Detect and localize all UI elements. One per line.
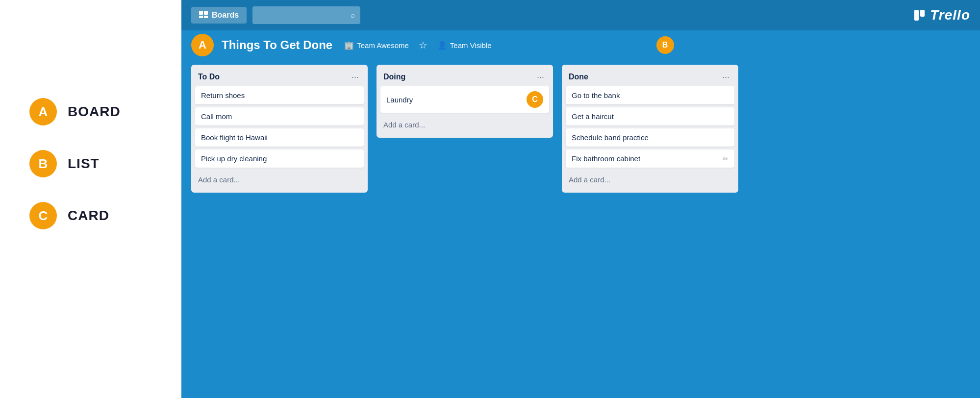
list-done-title: Done [569,73,588,81]
table-row[interactable]: Get a haircut ✏ [566,107,734,125]
list-todo-menu-button[interactable]: ··· [350,72,361,82]
board-team-awesome[interactable]: 🏢 Team Awesome [344,41,409,50]
boards-button[interactable]: Boards [191,7,247,24]
building-icon: 🏢 [344,41,354,50]
card-text: Laundry [386,96,413,104]
card-text: Get a haircut [572,112,614,121]
table-row[interactable]: Call mom ✏ [195,107,364,125]
legend-label-card: CARD [68,208,109,224]
list-todo: To Do ··· Return shoes ✏ Call mom ✏ Book… [191,65,368,193]
list-done-menu-button[interactable]: ··· [720,72,731,82]
add-card-button-doing[interactable]: Add a card... [380,117,549,133]
edit-icon: ✏ [723,155,729,163]
card-text: Schedule band practice [572,133,649,142]
table-row[interactable]: Fix bathroom cabinet ✏ [566,149,734,168]
list-doing-header: Doing ··· [380,70,549,86]
legend-badge-a: A [29,98,57,125]
table-row[interactable]: Go to the bank ✏ [566,86,734,104]
legend-item-card: C CARD [29,202,162,229]
add-card-button-todo[interactable]: Add a card... [195,172,364,188]
table-row[interactable]: Laundry C [380,86,549,113]
legend-item-board: A BOARD [29,98,162,125]
legend-item-list: B LIST [29,150,162,177]
list-doing: Doing ··· Laundry C Add a card... [377,65,553,138]
svg-rect-2 [199,16,203,18]
trello-app: Boards ⌕ Trello A Things To Get Done 🏢 T… [181,0,980,398]
list-doing-title: Doing [383,73,405,81]
legend-label-list: LIST [68,156,100,172]
list-done-header: Done ··· [566,70,734,86]
lists-area: To Do ··· Return shoes ✏ Call mom ✏ Book… [181,60,980,398]
card-text: Go to the bank [572,91,620,100]
board-header: A Things To Get Done 🏢 Team Awesome ☆ 👤 … [181,30,980,60]
add-card-button-done[interactable]: Add a card... [566,172,734,188]
card-text: Book flight to Hawaii [201,133,268,142]
legend-panel: A BOARD B LIST C CARD [0,0,181,254]
svg-rect-3 [204,16,208,18]
topbar: Boards ⌕ Trello [181,0,980,30]
search-input[interactable] [252,6,360,24]
trello-logo-text: Trello [930,7,970,23]
table-row[interactable]: Schedule band practice ✏ [566,128,734,147]
board-team-visible[interactable]: 👤 Team Visible [437,41,492,50]
legend-label-board: BOARD [68,104,121,120]
list-done: Done ··· Go to the bank ✏ Get a haircut … [562,65,738,193]
boards-label: Boards [212,11,239,20]
table-row[interactable]: Book flight to Hawaii ✏ [195,128,364,147]
list-doing-menu-button[interactable]: ··· [535,72,546,82]
people-icon: 👤 [437,41,447,50]
legend-badge-b: B [29,150,57,177]
card-text: Pick up dry cleaning [201,154,267,163]
card-text: Return shoes [201,91,245,100]
board-badge-a: A [191,34,214,56]
list-todo-title: To Do [198,73,220,81]
team-visible-label: Team Visible [450,41,492,50]
svg-rect-1 [204,11,208,15]
svg-rect-6 [920,10,925,17]
search-icon: ⌕ [351,11,355,20]
list-todo-header: To Do ··· [195,70,364,86]
svg-rect-0 [199,11,203,15]
legend-badge-c: C [29,202,57,229]
search-wrapper: ⌕ [247,6,360,24]
svg-rect-5 [914,10,919,21]
trello-logo: Trello [913,7,970,23]
star-button[interactable]: ☆ [417,39,429,51]
card-c-badge: C [527,91,543,108]
card-text: Fix bathroom cabinet [572,154,640,163]
team-awesome-label: Team Awesome [357,41,409,50]
card-text: Call mom [201,112,232,121]
table-row[interactable]: Pick up dry cleaning ✏ [195,149,364,168]
trello-logo-icon [913,9,926,22]
b-badge: B [656,36,674,54]
table-row[interactable]: Return shoes ✏ [195,86,364,104]
board-title: Things To Get Done [222,38,332,52]
boards-icon [199,11,208,20]
